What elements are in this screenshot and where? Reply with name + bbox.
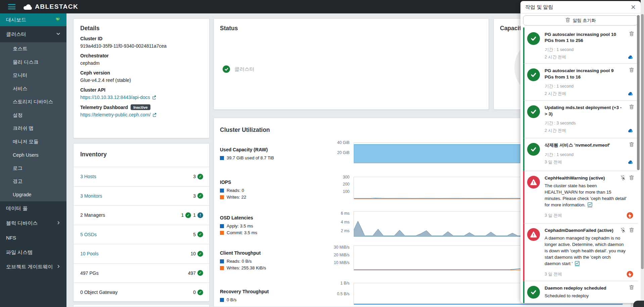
sidebar-item-pools[interactable]: 데이터 풀	[0, 201, 66, 216]
window-scrollbar[interactable]	[641, 0, 644, 307]
prometheus-alert-icon	[627, 212, 633, 219]
y-axis-tick: 20 GiB	[337, 150, 350, 155]
chevron-right-icon	[56, 264, 60, 269]
inventory-row: 497 PGs497✓	[74, 263, 209, 283]
trash-icon	[629, 285, 634, 290]
cloud-task-icon	[628, 159, 633, 165]
brand-logo[interactable]: ABLESTACK	[23, 3, 78, 10]
sidebar-item-physical-disks[interactable]: 물리 디스크	[0, 56, 66, 69]
details-field: Ceph versionGlue-v4.2.4 reef (stable)	[80, 70, 202, 83]
menu-toggle-icon[interactable]	[8, 4, 15, 9]
sidebar-item-block-devices[interactable]: 블럭 디바이스	[0, 216, 66, 231]
notification-time: 3 일 전에	[545, 271, 562, 277]
sidebar-item-object-gateway[interactable]: 오브젝트 게이트웨이	[0, 260, 66, 274]
notification-title: CephadmDaemonFailed (active)	[545, 227, 623, 234]
trash-icon	[565, 18, 570, 22]
cloud-task-icon	[628, 128, 633, 134]
sidebar-item-nfs[interactable]: NFS	[0, 231, 66, 245]
success-check-icon	[527, 32, 540, 45]
legend-swatch-icon	[220, 189, 224, 193]
sidebar-item-crush-map[interactable]: 크러쉬 맵	[0, 122, 66, 135]
panel-scrollbar[interactable]	[637, 15, 640, 170]
trash-icon	[629, 68, 634, 72]
cloud-logo-icon	[23, 4, 33, 10]
field-label: Orchestrator	[80, 53, 202, 58]
y-axis-tick: 200	[343, 182, 350, 187]
brand-name: ABLESTACK	[35, 3, 78, 10]
sidebar-item-label: 모니터	[13, 72, 60, 79]
sidebar-item-file-systems[interactable]: 파일 시스템	[0, 245, 66, 260]
cloud-task-icon	[628, 54, 633, 60]
legend-swatch-icon	[220, 298, 224, 302]
inventory-label: 497 PGs	[80, 270, 188, 276]
notification-title: CephHealthWarning (active)	[545, 175, 623, 181]
y-axis-tick: 100	[343, 189, 350, 194]
cloud-task-icon	[628, 91, 633, 97]
alert-chart-link[interactable]	[588, 202, 592, 207]
sidebar-item-label: 스토리지 디바이스	[13, 99, 60, 105]
notification-title: PG autoscaler increasing pool 9 PGs from…	[545, 68, 623, 80]
sidebar-item-services[interactable]: 서비스	[0, 82, 66, 96]
bell-slash-icon	[620, 175, 626, 180]
inventory-stat: 497✓	[188, 270, 203, 276]
alert-notification: CephHealthWarning (active)The cluster st…	[523, 171, 638, 223]
sidebar-item-storage-devices[interactable]: 스토리지 디바이스	[0, 95, 66, 109]
inventory-link[interactable]: 10 Pools	[80, 251, 190, 256]
legend-item: Apply: 3.5 ms	[220, 223, 325, 228]
field-link[interactable]: https://10.10.33.12:8443/api-docs	[80, 95, 202, 100]
sidebar-item-hosts[interactable]: 호스트	[0, 42, 66, 56]
inventory-link[interactable]: 3 Monitors	[80, 193, 193, 199]
prometheus-alert-icon	[627, 271, 633, 277]
notification-title: 삭제됨 서비스 'nvmeof.nvmeof'	[545, 142, 623, 148]
inventory-stat: 10✓	[190, 251, 203, 257]
trash-icon	[629, 142, 634, 147]
sidebar-item-alerts[interactable]: 경고	[0, 175, 66, 188]
sidebar-item-cluster[interactable]: 클러스터	[0, 26, 66, 42]
inventory-link[interactable]: 5 OSDs	[80, 232, 193, 237]
ok-check-icon: ✓	[185, 212, 191, 218]
sidebar-item-upgrade[interactable]: Upgrade	[0, 188, 66, 202]
success-check-icon	[527, 286, 540, 299]
metric-label: IOPS	[220, 180, 325, 185]
legend-item: 39.7 GiB used of 8.7 TiB	[220, 155, 325, 160]
sidebar-item-logs[interactable]: 로그	[0, 162, 66, 175]
y-axis-tick: 2 ms	[341, 228, 350, 233]
status-cluster-item: 클러스터	[223, 65, 482, 73]
close-icon[interactable]: ✕	[631, 4, 636, 10]
status-card: Status 클러스터	[214, 18, 489, 110]
sidebar-item-label: 서비스	[13, 86, 60, 92]
inventory-row: 10 Pools10✓	[74, 244, 209, 263]
sidebar-item-configuration[interactable]: 설정	[0, 109, 66, 122]
y-axis-tick: 1 B/s	[340, 281, 350, 286]
ok-check-icon: ✓	[197, 270, 203, 276]
panel-header: 작업 및 알림 ✕	[520, 1, 641, 13]
inventory-card: Inventory 3 Hosts3✓3 Monitors3✓2 Manager…	[73, 143, 210, 302]
chart-line-icon	[575, 261, 580, 266]
notification-title: PG autoscaler increasing pool 10 PGs fro…	[545, 32, 623, 44]
field-link[interactable]: https://telemetry-public.ceph.com/	[80, 112, 202, 117]
notification-duration: 기간 : 1 second	[545, 152, 634, 158]
y-axis-tick: 4 ms	[341, 220, 350, 224]
warning-triangle-icon	[527, 228, 540, 241]
chart-line-icon	[588, 202, 592, 207]
field-label: Cluster ID	[80, 36, 202, 41]
notification-time: 3 일 전에	[545, 159, 562, 165]
sidebar-item-monitors[interactable]: 모니터	[0, 69, 66, 82]
sidebar-item-label: 경고	[13, 178, 60, 185]
notification-body: The cluster state has been HEALTH_WARN f…	[545, 183, 628, 208]
sidebar-item-manager-modules[interactable]: 매니저 모듈	[0, 135, 66, 149]
legend-swatch-icon	[220, 231, 224, 235]
clear-notifications-button[interactable]: 알림 초기화	[523, 15, 638, 25]
sidebar-item-label: 데이터 풀	[6, 205, 60, 212]
y-axis-tick: 10 MiB/s	[334, 260, 350, 265]
legend-item: Reads: 0	[220, 188, 325, 193]
sidebar-item-ceph-users[interactable]: Ceph Users	[0, 148, 66, 162]
inventory-link[interactable]: 3 Hosts	[80, 174, 193, 179]
field-value: cephadm	[80, 60, 202, 66]
field-value: Glue-v4.2.4 reef (stable)	[80, 78, 202, 83]
sidebar-item-dashboard[interactable]: 대시보드	[0, 13, 66, 26]
alert-chart-link[interactable]	[575, 261, 580, 266]
sidebar-item-label: 파일 시스템	[6, 249, 60, 256]
inventory-row: 5 OSDs5✓	[74, 225, 209, 244]
metric-label: OSD Latencies	[220, 215, 325, 220]
